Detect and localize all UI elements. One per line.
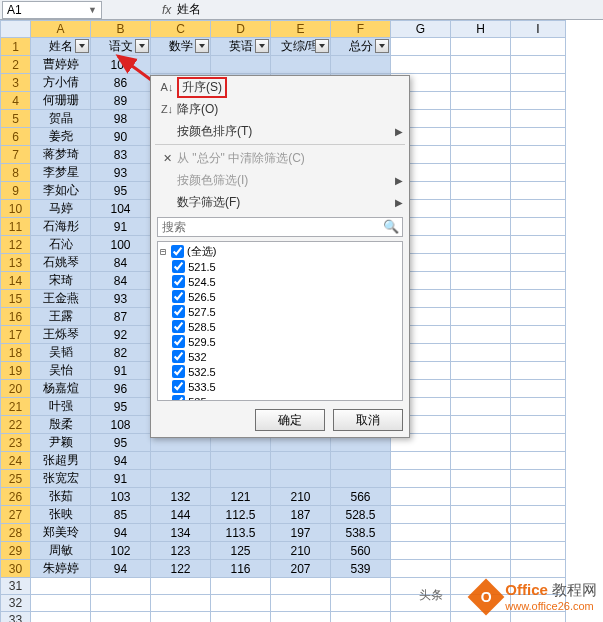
filter-button[interactable] — [255, 39, 269, 53]
row-30[interactable]: 30 — [1, 560, 31, 578]
cell-en[interactable]: 112.5 — [211, 506, 271, 524]
col-G[interactable]: G — [391, 21, 451, 38]
row-12[interactable]: 12 — [1, 236, 31, 254]
cell-name[interactable]: 何珊珊 — [31, 92, 91, 110]
sort-desc[interactable]: Z↓ 降序(O) — [151, 98, 409, 120]
header-3[interactable]: 英语 — [211, 38, 271, 56]
filter-button[interactable] — [135, 39, 149, 53]
cell-tot[interactable]: 539 — [331, 560, 391, 578]
select-all-corner[interactable] — [1, 21, 31, 38]
row-8[interactable]: 8 — [1, 164, 31, 182]
cell-cn[interactable]: 94 — [91, 560, 151, 578]
check-item[interactable]: 524.5 — [160, 274, 400, 289]
check-select-all[interactable]: ⊟(全选) — [160, 244, 400, 259]
cell-cn[interactable]: 93 — [91, 164, 151, 182]
cell-name[interactable]: 张映 — [31, 506, 91, 524]
cell-cn[interactable]: 86 — [91, 74, 151, 92]
row-6[interactable]: 6 — [1, 128, 31, 146]
row-3[interactable]: 3 — [1, 74, 31, 92]
check-item[interactable]: 535 — [160, 394, 400, 401]
checkbox[interactable] — [172, 335, 185, 348]
header-1[interactable]: 语文 — [91, 38, 151, 56]
row-31[interactable]: 31 — [1, 578, 31, 595]
filter-button[interactable] — [195, 39, 209, 53]
cell-name[interactable]: 吴怡 — [31, 362, 91, 380]
row-2[interactable]: 2 — [1, 56, 31, 74]
header-0[interactable]: 姓名 — [31, 38, 91, 56]
row-26[interactable]: 26 — [1, 488, 31, 506]
cell-math[interactable]: 134 — [151, 524, 211, 542]
col-D[interactable]: D — [211, 21, 271, 38]
row-24[interactable]: 24 — [1, 452, 31, 470]
row-7[interactable]: 7 — [1, 146, 31, 164]
filter-button[interactable] — [75, 39, 89, 53]
col-C[interactable]: C — [151, 21, 211, 38]
col-H[interactable]: H — [451, 21, 511, 38]
cell-cn[interactable]: 84 — [91, 254, 151, 272]
cell-name[interactable]: 尹颖 — [31, 434, 91, 452]
check-item[interactable]: 533.5 — [160, 379, 400, 394]
checkbox[interactable] — [172, 320, 185, 333]
cell-name[interactable]: 石沁 — [31, 236, 91, 254]
check-item[interactable]: 527.5 — [160, 304, 400, 319]
cell-name[interactable]: 曹婷婷 — [31, 56, 91, 74]
checkbox[interactable] — [172, 350, 185, 363]
cell-cn[interactable]: 92 — [91, 326, 151, 344]
cell-cn[interactable]: 95 — [91, 398, 151, 416]
cell-name[interactable]: 叶强 — [31, 398, 91, 416]
search-input[interactable] — [157, 217, 403, 237]
col-A[interactable]: A — [31, 21, 91, 38]
cell-en[interactable]: 121 — [211, 488, 271, 506]
checkbox[interactable] — [172, 275, 185, 288]
row-10[interactable]: 10 — [1, 200, 31, 218]
cell-sc[interactable]: 197 — [271, 524, 331, 542]
row-13[interactable]: 13 — [1, 254, 31, 272]
row-17[interactable]: 17 — [1, 326, 31, 344]
sort-asc[interactable]: A↓ 升序(S) — [151, 76, 409, 98]
row-28[interactable]: 28 — [1, 524, 31, 542]
row-19[interactable]: 19 — [1, 362, 31, 380]
row-18[interactable]: 18 — [1, 344, 31, 362]
row-1[interactable]: 1 — [1, 38, 31, 56]
cell-tot[interactable]: 560 — [331, 542, 391, 560]
cell-cn[interactable]: 87 — [91, 308, 151, 326]
header-5[interactable]: 总分 — [331, 38, 391, 56]
row-27[interactable]: 27 — [1, 506, 31, 524]
cancel-button[interactable]: 取消 — [333, 409, 403, 431]
check-item[interactable]: 532.5 — [160, 364, 400, 379]
cell-sc[interactable]: 210 — [271, 542, 331, 560]
checkbox[interactable] — [172, 305, 185, 318]
row-29[interactable]: 29 — [1, 542, 31, 560]
cell-name[interactable]: 杨嘉煊 — [31, 380, 91, 398]
checkbox[interactable] — [171, 245, 184, 258]
cell-math[interactable]: 132 — [151, 488, 211, 506]
checkbox[interactable] — [172, 380, 185, 393]
row-14[interactable]: 14 — [1, 272, 31, 290]
cell-sc[interactable]: 207 — [271, 560, 331, 578]
cell-tot[interactable]: 538.5 — [331, 524, 391, 542]
cell-cn[interactable]: 83 — [91, 146, 151, 164]
cell-name[interactable]: 吴韬 — [31, 344, 91, 362]
check-item[interactable]: 532 — [160, 349, 400, 364]
cell-name[interactable]: 王露 — [31, 308, 91, 326]
cell-cn[interactable]: 91 — [91, 362, 151, 380]
cell-cn[interactable]: 94 — [91, 452, 151, 470]
header-2[interactable]: 数学 — [151, 38, 211, 56]
cell-cn[interactable]: 94 — [91, 524, 151, 542]
cell-tot[interactable]: 566 — [331, 488, 391, 506]
row-15[interactable]: 15 — [1, 290, 31, 308]
cell-cn[interactable]: 104 — [91, 200, 151, 218]
cell-name[interactable]: 张宽宏 — [31, 470, 91, 488]
cell-name[interactable]: 石海彤 — [31, 218, 91, 236]
cell-cn[interactable]: 82 — [91, 344, 151, 362]
row-11[interactable]: 11 — [1, 218, 31, 236]
cell-tot[interactable]: 528.5 — [331, 506, 391, 524]
col-E[interactable]: E — [271, 21, 331, 38]
cell-cn[interactable]: 91 — [91, 218, 151, 236]
cell-cn[interactable]: 90 — [91, 128, 151, 146]
number-filter[interactable]: 数字筛选(F) ▶ — [151, 191, 409, 213]
row-25[interactable]: 25 — [1, 470, 31, 488]
name-box-dropdown-icon[interactable]: ▼ — [88, 5, 97, 15]
row-9[interactable]: 9 — [1, 182, 31, 200]
cell-cn[interactable]: 98 — [91, 110, 151, 128]
